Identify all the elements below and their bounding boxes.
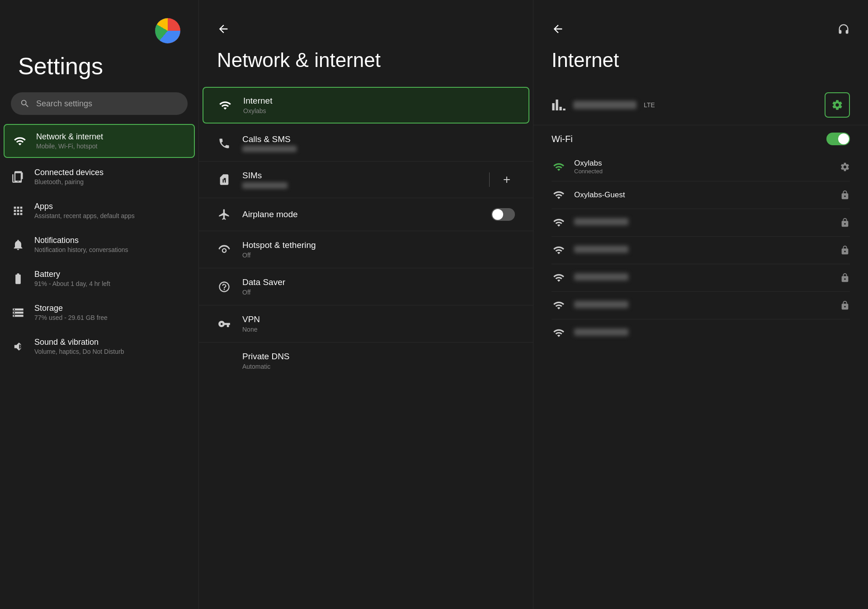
devices-icon (11, 170, 25, 184)
wifi-icon (13, 134, 27, 148)
wifi-icon-6 (552, 298, 566, 313)
oxylabs-name: Oxylabs (574, 159, 832, 168)
search-icon (20, 99, 30, 109)
google-logo (155, 18, 180, 43)
sidebar-item-sound[interactable]: Sound & vibration Volume, haptics, Do No… (0, 329, 198, 363)
back-button-right[interactable] (552, 23, 564, 35)
sidebar-item-network[interactable]: Network & internet Mobile, Wi-Fi, hotspo… (4, 124, 195, 158)
add-sim-button[interactable]: + (499, 171, 515, 188)
vpn-sublabel: None (242, 326, 515, 333)
battery-icon (11, 271, 25, 286)
right-panel-header (533, 14, 868, 49)
wifi-network-6[interactable] (533, 292, 868, 319)
logo-area (0, 18, 198, 43)
blurred-network-7-content (574, 328, 850, 338)
signal-icon (552, 98, 566, 112)
wifi-toggle[interactable] (826, 133, 850, 145)
settings-item-internet[interactable]: Internet Oxylabs (203, 87, 529, 124)
sidebar-item-connected[interactable]: Connected devices Bluetooth, pairing (0, 160, 198, 194)
sound-label: Sound & vibration (34, 338, 124, 347)
wifi-icon-7 (552, 326, 566, 340)
headphones-icon[interactable] (837, 23, 850, 35)
vpn-icon (217, 317, 231, 331)
battery-label: Battery (34, 270, 110, 279)
wifi-icon-5 (552, 271, 566, 285)
data-saver-content: Data Saver Off (242, 277, 515, 296)
oxylabs-sublabel: Connected (574, 168, 832, 175)
lte-info: LTE (573, 101, 817, 109)
wifi-network-7[interactable] (533, 319, 868, 347)
apps-sublabel: Assistant, recent apps, default apps (34, 212, 135, 219)
storage-label: Storage (34, 304, 108, 313)
logo-svg (155, 18, 180, 43)
calls-sublabel (242, 146, 297, 152)
airplane-icon (217, 207, 231, 222)
settings-item-calls[interactable]: Calls & SMS (199, 125, 533, 162)
wifi-network-oxylabs-guest[interactable]: Oxylabs-Guest (533, 181, 868, 209)
search-placeholder: Search settings (36, 99, 92, 109)
settings-title: Settings (0, 52, 198, 80)
oxylabs-guest-name: Oxylabs-Guest (574, 190, 832, 200)
apps-label: Apps (34, 202, 135, 211)
settings-item-data-saver[interactable]: Data Saver Off (199, 268, 533, 305)
oxylabs-gear[interactable] (840, 162, 850, 172)
wifi-network-5[interactable] (533, 264, 868, 291)
private-dns-content: Private DNS Automatic (242, 352, 515, 370)
blurred-network-6-name (574, 301, 628, 308)
battery-text: Battery 91% - About 1 day, 4 hr left (34, 270, 110, 287)
settings-item-vpn[interactable]: VPN None (199, 305, 533, 343)
sidebar-item-apps[interactable]: Apps Assistant, recent apps, default app… (0, 194, 198, 228)
settings-item-sims[interactable]: SIMs + (199, 162, 533, 198)
bell-icon (11, 238, 25, 252)
carrier-name-blurred (573, 101, 637, 109)
internet-content: Internet Oxylabs (243, 96, 514, 114)
right-panel-title: Internet (533, 49, 868, 85)
sidebar-item-battery[interactable]: Battery 91% - About 1 day, 4 hr left (0, 262, 198, 295)
hotspot-sublabel: Off (242, 252, 515, 259)
sidebar-item-notifications[interactable]: Notifications Notification history, conv… (0, 228, 198, 262)
calls-label: Calls & SMS (242, 134, 515, 144)
private-dns-sublabel: Automatic (242, 363, 515, 370)
middle-panel: Network & internet Internet Oxylabs Call… (199, 0, 533, 609)
blurred-network-4-name (574, 246, 628, 253)
vpn-content: VPN None (242, 314, 515, 333)
wifi-network-3[interactable] (533, 209, 868, 236)
lte-row[interactable]: LTE (533, 85, 868, 125)
internet-label: Internet (243, 96, 514, 106)
sound-sublabel: Volume, haptics, Do Not Disturb (34, 348, 124, 355)
middle-panel-title: Network & internet (199, 49, 533, 85)
private-dns-label: Private DNS (242, 352, 515, 362)
connected-text: Connected devices Bluetooth, pairing (34, 168, 104, 186)
wifi-header-row: Wi-Fi (533, 125, 868, 152)
wifi-icon-3 (552, 215, 566, 230)
airplane-toggle[interactable] (491, 208, 515, 221)
sidebar-item-storage[interactable]: Storage 77% used - 29.61 GB free (0, 295, 198, 329)
internet-sublabel: Oxylabs (243, 107, 514, 114)
data-saver-sublabel: Off (242, 289, 515, 296)
data-saver-icon (217, 280, 231, 294)
lte-settings-button[interactable] (825, 92, 850, 118)
storage-sublabel: 77% used - 29.61 GB free (34, 314, 108, 321)
toggle-thumb (492, 209, 503, 220)
network-label: Network & internet (36, 132, 103, 142)
search-bar[interactable]: Search settings (11, 92, 188, 115)
wifi-network-4[interactable] (533, 237, 868, 264)
settings-item-hotspot[interactable]: Hotspot & tethering Off (199, 231, 533, 268)
back-button-middle[interactable] (217, 23, 230, 35)
oxylabs-guest-content: Oxylabs-Guest (574, 190, 832, 200)
network-4-lock (840, 245, 850, 255)
wifi-icon-guest (552, 188, 566, 202)
settings-item-airplane[interactable]: Airplane mode (199, 198, 533, 231)
blurred-network-3-name (574, 218, 628, 225)
settings-item-private-dns[interactable]: Private DNS Automatic (199, 343, 533, 379)
airplane-content: Airplane mode (242, 209, 481, 219)
airplane-mode-toggle[interactable] (491, 208, 515, 221)
wifi-icon-internet (218, 98, 232, 113)
wifi-toggle-label: Wi-Fi (552, 134, 573, 144)
network-6-lock (840, 300, 850, 310)
wifi-network-oxylabs[interactable]: Oxylabs Connected (533, 152, 868, 181)
lte-label: LTE (644, 101, 655, 109)
wifi-toggle-thumb (838, 133, 849, 144)
connected-sublabel: Bluetooth, pairing (34, 178, 104, 186)
sims-action: + (489, 171, 515, 188)
